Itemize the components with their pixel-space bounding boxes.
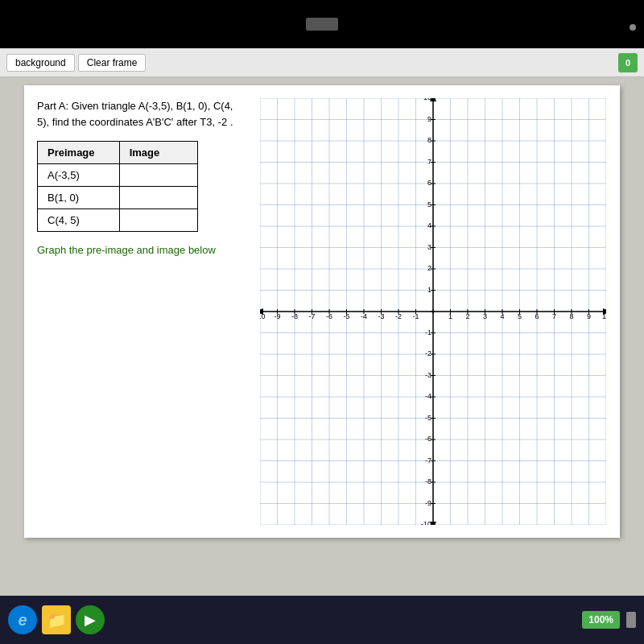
table-row: B(1, 0) [38,187,198,209]
image-b[interactable] [119,187,197,209]
toolbar: background Clear frame 0 [0,48,644,77]
table-row: A(-3,5) [38,164,198,187]
top-black-bar [0,0,644,48]
folder-icon[interactable]: 📁 [42,605,71,634]
media-icon[interactable]: ▶ [76,605,105,634]
preimage-a: A(-3,5) [38,164,120,187]
graph-instruction: Graph the pre-image and image below [37,243,246,258]
ie-icon[interactable]: e [8,605,37,634]
toolbar-icon: 0 [618,53,638,72]
graph-container [260,98,606,525]
coordinate-grid[interactable] [260,98,606,525]
preimage-b: B(1, 0) [38,187,120,209]
table-row: C(4, 5) [38,209,198,232]
coords-table: Preimage Image A(-3,5) B(1, 0) C(4, 5) [37,141,198,232]
preimage-c: C(4, 5) [38,209,120,232]
taskbar: e 📁 ▶ 100% [0,596,644,644]
top-icon [306,18,338,31]
worksheet: Part A: Given triangle A(-3,5), B(1, 0),… [24,85,620,538]
question-text: Part A: Given triangle A(-3,5), B(1, 0),… [37,98,246,130]
col-preimage-header: Preimage [38,142,120,164]
col-image-header: Image [119,142,197,164]
left-panel: Part A: Given triangle A(-3,5), B(1, 0),… [37,98,246,525]
top-dot [630,24,636,31]
content-area: Part A: Given triangle A(-3,5), B(1, 0),… [0,77,644,596]
image-a[interactable] [119,164,197,187]
clear-frame-button[interactable]: Clear frame [78,54,147,72]
taskbar-indicator [626,612,636,628]
background-button[interactable]: background [6,54,75,72]
right-panel [259,98,607,525]
image-c[interactable] [119,209,197,232]
zoom-level: 100% [582,611,620,629]
